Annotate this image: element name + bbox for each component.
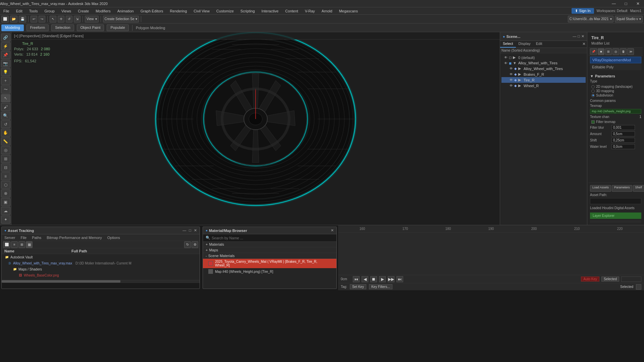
radio-3d[interactable]: 3D mapping — [591, 89, 640, 93]
asset-row-maps[interactable]: 📁 Maps / Shaders — [2, 266, 200, 272]
asset-options-menu[interactable]: Options — [105, 234, 123, 241]
mirror-tool[interactable]: ⊟ — [1, 164, 10, 172]
menu-content[interactable]: Content — [282, 7, 302, 15]
scene-max-btn[interactable]: □ — [578, 34, 580, 39]
menu-modifiers[interactable]: Modifiers — [92, 7, 114, 15]
filter-checkbox[interactable] — [591, 120, 595, 124]
asset-scrollbar-x[interactable] — [2, 280, 200, 283]
helper-tool[interactable]: + — [1, 77, 10, 85]
key-filters-btn[interactable]: Key Filters... — [369, 284, 392, 289]
link-tool[interactable]: 🔗 — [1, 34, 10, 42]
shift-input[interactable]: 0,25cm — [611, 138, 635, 143]
auto-key-btn[interactable]: Auto Key — [581, 277, 599, 282]
texmap-btn[interactable]: #sp #40 (Wheels_Height.png — [590, 109, 641, 114]
mat-section-materials[interactable]: + Materials — [203, 242, 336, 247]
expand-default[interactable]: ▶ — [513, 55, 517, 60]
mod-del-btn[interactable]: 🗑 — [620, 48, 627, 55]
tab-freeform[interactable]: Freeform — [26, 24, 49, 31]
menu-edit[interactable]: Edit — [13, 7, 26, 15]
search-status-btn[interactable] — [636, 284, 641, 290]
mod-env-btn[interactable]: ◎ — [612, 48, 619, 55]
env-tool[interactable]: ☁ — [1, 207, 10, 215]
move-btn[interactable]: ✛ — [58, 16, 64, 22]
editable-poly-modifier[interactable]: Editable Poly — [590, 64, 641, 70]
snap-tool[interactable]: ⬡ — [1, 181, 10, 189]
vray-disp-modifier[interactable]: VRayDisplacementMod — [590, 57, 641, 63]
signin-button[interactable]: ⬆ Sign In — [572, 8, 594, 14]
water-level-input[interactable]: 0,0cm — [611, 144, 635, 149]
scene-item-alloy2[interactable]: 👁 ◆ ▶ Alloy_Wheel_with_Tires — [501, 66, 586, 71]
play-btn[interactable]: ▶ — [379, 276, 386, 282]
prev-frame-btn[interactable]: ◀ — [362, 276, 368, 282]
view-dropdown[interactable]: View ▾ — [85, 16, 99, 22]
stop-btn[interactable]: ⏹ — [370, 276, 377, 282]
asset-row-vault[interactable]: 📁 Autodesk Vault — [2, 254, 200, 260]
menu-customize[interactable]: Customize — [213, 7, 237, 15]
filepath-dropdown[interactable]: C:\Users\St...ds Max 2021 ▾ — [568, 16, 613, 22]
scale-btn[interactable]: ⇲ — [74, 16, 80, 22]
new-btn[interactable]: ⬜ — [1, 16, 9, 22]
mod-sel-btn[interactable]: ■ — [598, 48, 604, 55]
open-btn[interactable]: 📂 — [10, 16, 17, 22]
select-btn[interactable]: ↖ — [50, 16, 56, 22]
vis-icon-tire[interactable]: 👁 — [509, 78, 513, 82]
asset-refresh-btn[interactable]: ↻ — [184, 241, 191, 248]
radio-subdiv[interactable]: Subdivision — [591, 93, 640, 98]
asset-row-base[interactable]: 🖼 Wheels_BaseColor.png — [2, 272, 200, 278]
scene-item-brakes[interactable]: 👁 ◆ ▶ Brakes_F_R — [501, 71, 586, 77]
menu-group[interactable]: Group — [41, 7, 58, 15]
menu-graph-editors[interactable]: Graph Editors — [137, 7, 167, 15]
vis-icon-alloy2[interactable]: 👁 — [509, 67, 513, 70]
scene-close-btn[interactable]: ✕ — [581, 34, 584, 39]
mat-item-height[interactable]: Map #40 (Wheels_Height.png) [Tire_R] — [203, 268, 336, 275]
create-selection-dropdown[interactable]: Create Selection Se ▾ — [103, 16, 139, 22]
filter-blur-input[interactable]: 0,001 — [611, 125, 635, 130]
scene-item-wheel-r[interactable]: 👁 ◆ ▶ Wheel_R — [501, 83, 586, 88]
scene-tab-edit[interactable]: Edit — [533, 41, 545, 48]
asset-detail-btn[interactable]: ▦ — [26, 241, 33, 248]
mod-wire-btn[interactable]: ⊞ — [605, 48, 612, 55]
minimize-button[interactable]: — — [608, 0, 620, 7]
close-button[interactable]: ✕ — [632, 0, 644, 7]
undo-btn[interactable]: ↩ — [31, 16, 37, 22]
layer-explorer-btn[interactable]: Layer Explorer — [590, 213, 641, 219]
save-btn[interactable]: 💾 — [19, 16, 26, 22]
menu-megascans[interactable]: Megascans — [336, 7, 361, 15]
bottom-scrollbar[interactable] — [590, 220, 641, 223]
scene-item-default[interactable]: 👁 ◻ ▶ 0 (default) — [501, 55, 586, 60]
menu-file[interactable]: File — [0, 7, 13, 15]
mat-item-camry[interactable]: 2025_Toyota_Camry_Wheels_Mat ( VRayMtl )… — [203, 259, 336, 268]
mod-pin-btn[interactable]: 📌 — [590, 48, 597, 55]
mod-more-btn[interactable]: ≫ — [627, 48, 634, 55]
mat-close-btn[interactable]: ✕ — [331, 228, 334, 233]
asset-new-btn[interactable]: ⬜ — [3, 241, 10, 248]
effect-tool[interactable]: ✦ — [1, 216, 10, 224]
timeline-track[interactable] — [338, 233, 644, 275]
asset-server-menu[interactable]: Server — [2, 234, 18, 241]
bone-tool[interactable]: ⚡ — [1, 42, 10, 50]
pin-tool[interactable]: 📌 — [1, 51, 10, 59]
scene-min-btn[interactable]: — — [573, 34, 576, 39]
pan-tool[interactable]: ✋ — [1, 129, 10, 137]
vis-icon-default[interactable]: 👁 — [504, 56, 507, 59]
menu-views[interactable]: Views — [58, 7, 74, 15]
isolate-tool[interactable]: ◎ — [1, 146, 10, 154]
menu-vray[interactable]: V-Ray — [302, 7, 318, 15]
params-btn[interactable]: Parameters — [612, 185, 632, 192]
zoom-tool[interactable]: 🔍 — [1, 112, 10, 120]
rotate-btn[interactable]: ↺ — [66, 16, 72, 22]
next-frame-btn[interactable]: ▶▶ — [388, 276, 394, 282]
asset-grid-btn[interactable]: ⊞ — [18, 241, 25, 248]
asset-file-menu[interactable]: File — [18, 234, 29, 241]
asset-close-btn[interactable]: ✕ — [194, 228, 197, 233]
select-tool[interactable]: ↖ — [1, 94, 10, 102]
tab-modeling[interactable]: Modeling — [1, 24, 24, 31]
goto-start-btn[interactable]: ⏮ — [353, 276, 360, 282]
radio-2d[interactable]: 2D mapping (landscape) — [591, 84, 640, 89]
space-warp[interactable]: 〜 — [1, 85, 10, 94]
set-key-btn[interactable]: Set Key — [350, 284, 366, 289]
maximize-button[interactable]: □ — [620, 0, 632, 7]
menu-create[interactable]: Create — [74, 7, 92, 15]
render-tool[interactable]: ▣ — [1, 198, 10, 206]
load-assets-btn[interactable]: Load Assets — [590, 185, 611, 192]
